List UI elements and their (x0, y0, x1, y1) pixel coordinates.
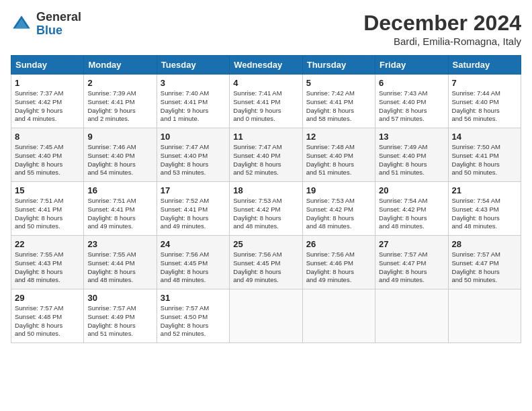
day-number: 2 (87, 78, 152, 88)
cell-sun-info: Sunrise: 7:56 AM Sunset: 4:45 PM Dayligh… (233, 250, 298, 285)
calendar-cell: 21Sunrise: 7:54 AM Sunset: 4:43 PM Dayli… (448, 182, 521, 236)
cell-sun-info: Sunrise: 7:54 AM Sunset: 4:43 PM Dayligh… (452, 197, 517, 231)
cell-sun-info: Sunrise: 7:53 AM Sunset: 4:42 PM Dayligh… (233, 197, 298, 231)
calendar-cell: 5Sunrise: 7:42 AM Sunset: 4:41 PM Daylig… (302, 75, 375, 128)
day-number: 19 (306, 185, 371, 195)
calendar-table: SundayMondayTuesdayWednesdayThursdayFrid… (11, 55, 521, 343)
calendar-cell: 27Sunrise: 7:57 AM Sunset: 4:47 PM Dayli… (375, 236, 448, 289)
calendar-cell: 16Sunrise: 7:51 AM Sunset: 4:41 PM Dayli… (84, 182, 157, 236)
cell-sun-info: Sunrise: 7:42 AM Sunset: 4:41 PM Dayligh… (306, 89, 371, 124)
cell-sun-info: Sunrise: 7:46 AM Sunset: 4:40 PM Dayligh… (87, 143, 152, 177)
day-number: 8 (15, 132, 80, 142)
day-number: 1 (15, 78, 80, 88)
day-number: 25 (233, 239, 298, 249)
calendar-cell: 18Sunrise: 7:53 AM Sunset: 4:42 PM Dayli… (230, 182, 302, 236)
cell-sun-info: Sunrise: 7:51 AM Sunset: 4:41 PM Dayligh… (15, 197, 80, 231)
cell-sun-info: Sunrise: 7:43 AM Sunset: 4:40 PM Dayligh… (379, 89, 444, 124)
day-number: 23 (87, 239, 152, 249)
day-number: 13 (379, 132, 444, 142)
logo-blue-text: Blue (36, 24, 81, 38)
day-number: 18 (233, 185, 298, 195)
cell-sun-info: Sunrise: 7:39 AM Sunset: 4:41 PM Dayligh… (87, 89, 152, 124)
day-number: 14 (452, 132, 517, 142)
cell-sun-info: Sunrise: 7:57 AM Sunset: 4:47 PM Dayligh… (379, 250, 444, 285)
calendar-cell: 3Sunrise: 7:40 AM Sunset: 4:41 PM Daylig… (157, 75, 229, 128)
calendar-cell: 23Sunrise: 7:55 AM Sunset: 4:44 PM Dayli… (84, 236, 157, 289)
calendar-cell: 10Sunrise: 7:47 AM Sunset: 4:40 PM Dayli… (157, 128, 229, 182)
cell-sun-info: Sunrise: 7:56 AM Sunset: 4:46 PM Dayligh… (306, 250, 371, 285)
day-number: 26 (306, 239, 371, 249)
calendar-cell: 20Sunrise: 7:54 AM Sunset: 4:42 PM Dayli… (375, 182, 448, 236)
title-area: December 2024 Bardi, Emilia-Romagna, Ita… (363, 11, 521, 47)
day-number: 20 (379, 185, 444, 195)
logo-general-text: General (36, 11, 81, 24)
calendar-cell: 28Sunrise: 7:57 AM Sunset: 4:47 PM Dayli… (448, 236, 521, 289)
cell-sun-info: Sunrise: 7:57 AM Sunset: 4:49 PM Dayligh… (87, 304, 152, 338)
day-number: 31 (161, 293, 226, 303)
calendar-cell: 8Sunrise: 7:45 AM Sunset: 4:40 PM Daylig… (11, 128, 84, 182)
cell-sun-info: Sunrise: 7:45 AM Sunset: 4:40 PM Dayligh… (15, 143, 80, 177)
calendar-cell: 9Sunrise: 7:46 AM Sunset: 4:40 PM Daylig… (84, 128, 157, 182)
cell-sun-info: Sunrise: 7:52 AM Sunset: 4:41 PM Dayligh… (161, 197, 226, 231)
day-number: 29 (15, 293, 80, 303)
calendar-cell: 14Sunrise: 7:50 AM Sunset: 4:41 PM Dayli… (448, 128, 521, 182)
cell-sun-info: Sunrise: 7:49 AM Sunset: 4:40 PM Dayligh… (379, 143, 444, 177)
month-title: December 2024 (363, 11, 521, 36)
calendar-cell: 30Sunrise: 7:57 AM Sunset: 4:49 PM Dayli… (84, 289, 157, 343)
cell-sun-info: Sunrise: 7:40 AM Sunset: 4:41 PM Dayligh… (161, 89, 226, 124)
day-number: 16 (87, 185, 152, 195)
col-header-sunday: Sunday (11, 56, 84, 75)
cell-sun-info: Sunrise: 7:47 AM Sunset: 4:40 PM Dayligh… (161, 143, 226, 177)
day-number: 15 (15, 185, 80, 195)
calendar-cell: 7Sunrise: 7:44 AM Sunset: 4:40 PM Daylig… (448, 75, 521, 128)
calendar-cell: 19Sunrise: 7:53 AM Sunset: 4:42 PM Dayli… (302, 182, 375, 236)
day-number: 6 (379, 78, 444, 88)
calendar-cell: 11Sunrise: 7:47 AM Sunset: 4:40 PM Dayli… (230, 128, 302, 182)
cell-sun-info: Sunrise: 7:48 AM Sunset: 4:40 PM Dayligh… (306, 143, 371, 177)
col-header-monday: Monday (84, 56, 157, 75)
day-number: 24 (161, 239, 226, 249)
day-number: 22 (15, 239, 80, 249)
cell-sun-info: Sunrise: 7:50 AM Sunset: 4:41 PM Dayligh… (452, 143, 517, 177)
calendar-cell (375, 289, 448, 343)
calendar-cell (448, 289, 521, 343)
day-number: 17 (161, 185, 226, 195)
day-number: 28 (452, 239, 517, 249)
day-number: 4 (233, 78, 298, 88)
calendar-cell: 17Sunrise: 7:52 AM Sunset: 4:41 PM Dayli… (157, 182, 229, 236)
calendar-cell: 13Sunrise: 7:49 AM Sunset: 4:40 PM Dayli… (375, 128, 448, 182)
calendar-cell: 2Sunrise: 7:39 AM Sunset: 4:41 PM Daylig… (84, 75, 157, 128)
col-header-friday: Friday (375, 56, 448, 75)
calendar-cell: 1Sunrise: 7:37 AM Sunset: 4:42 PM Daylig… (11, 75, 84, 128)
calendar-cell: 31Sunrise: 7:57 AM Sunset: 4:50 PM Dayli… (157, 289, 229, 343)
location-title: Bardi, Emilia-Romagna, Italy (363, 36, 521, 47)
cell-sun-info: Sunrise: 7:55 AM Sunset: 4:44 PM Dayligh… (87, 250, 152, 285)
calendar-cell: 22Sunrise: 7:55 AM Sunset: 4:43 PM Dayli… (11, 236, 84, 289)
col-header-saturday: Saturday (448, 56, 521, 75)
header: General Blue December 2024 Bardi, Emilia… (11, 11, 521, 47)
calendar-cell: 26Sunrise: 7:56 AM Sunset: 4:46 PM Dayli… (302, 236, 375, 289)
cell-sun-info: Sunrise: 7:53 AM Sunset: 4:42 PM Dayligh… (306, 197, 371, 231)
calendar-cell: 29Sunrise: 7:57 AM Sunset: 4:48 PM Dayli… (11, 289, 84, 343)
cell-sun-info: Sunrise: 7:57 AM Sunset: 4:48 PM Dayligh… (15, 304, 80, 338)
calendar-cell: 15Sunrise: 7:51 AM Sunset: 4:41 PM Dayli… (11, 182, 84, 236)
calendar-cell: 12Sunrise: 7:48 AM Sunset: 4:40 PM Dayli… (302, 128, 375, 182)
day-number: 9 (87, 132, 152, 142)
calendar-cell: 24Sunrise: 7:56 AM Sunset: 4:45 PM Dayli… (157, 236, 229, 289)
cell-sun-info: Sunrise: 7:41 AM Sunset: 4:41 PM Dayligh… (233, 89, 298, 124)
calendar-cell: 25Sunrise: 7:56 AM Sunset: 4:45 PM Dayli… (230, 236, 302, 289)
calendar-cell (302, 289, 375, 343)
calendar-cell: 6Sunrise: 7:43 AM Sunset: 4:40 PM Daylig… (375, 75, 448, 128)
day-number: 27 (379, 239, 444, 249)
col-header-thursday: Thursday (302, 56, 375, 75)
cell-sun-info: Sunrise: 7:55 AM Sunset: 4:43 PM Dayligh… (15, 250, 80, 285)
day-number: 21 (452, 185, 517, 195)
cell-sun-info: Sunrise: 7:47 AM Sunset: 4:40 PM Dayligh… (233, 143, 298, 177)
cell-sun-info: Sunrise: 7:57 AM Sunset: 4:47 PM Dayligh… (452, 250, 517, 285)
day-number: 11 (233, 132, 298, 142)
cell-sun-info: Sunrise: 7:51 AM Sunset: 4:41 PM Dayligh… (87, 197, 152, 231)
cell-sun-info: Sunrise: 7:56 AM Sunset: 4:45 PM Dayligh… (161, 250, 226, 285)
cell-sun-info: Sunrise: 7:57 AM Sunset: 4:50 PM Dayligh… (161, 304, 226, 338)
cell-sun-info: Sunrise: 7:37 AM Sunset: 4:42 PM Dayligh… (15, 89, 80, 124)
day-number: 5 (306, 78, 371, 88)
